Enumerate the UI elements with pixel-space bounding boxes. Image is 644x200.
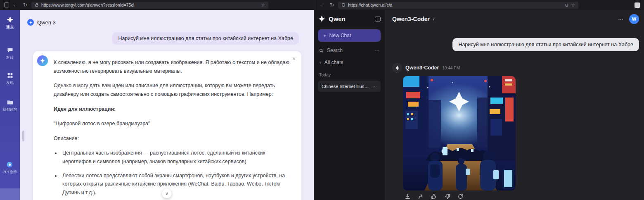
chat-history-item[interactable]: Chinese Internet Illustration ⋯ (318, 81, 381, 92)
thumbs-up-icon[interactable] (431, 193, 437, 200)
sidebar-item-label: 发现 (6, 80, 14, 86)
user-message-bubble: Нарисуй мне иллюстрацию для статьи про к… (112, 32, 299, 45)
assistant-avatar (37, 55, 48, 66)
thumbs-down-icon[interactable] (444, 193, 450, 200)
header-menu-icon[interactable]: ⋯ (618, 16, 623, 22)
qwen-logo-icon (318, 15, 326, 23)
address-bar-left[interactable]: https://www.tongyi.com/qianwen?sessionId… (31, 2, 268, 9)
scroll-to-bottom-button[interactable]: ∨ (162, 189, 172, 198)
chevron-down-icon: ∨ (319, 61, 322, 64)
assistant-name: Qwen3-Coder (405, 65, 439, 71)
right-window-chrome: ← ↻ https://chat.qwen.ai/c/a ⊖ ☆ (314, 0, 644, 10)
sidebar-item-label: 我创建的 (2, 107, 17, 112)
bookmark-star-icon[interactable]: ☆ (261, 2, 265, 8)
idea-heading: Идея для иллюстрации: (54, 106, 116, 112)
qwen-logo-icon (40, 58, 45, 64)
assistant-avatar (392, 63, 402, 73)
search-label: Search (327, 48, 343, 53)
message-timestamp: 10:44 PM (442, 66, 460, 70)
model-name: Qwen3-Coder (392, 16, 430, 22)
assistant-paragraph: К сожалению, я не могу рисовать или созд… (54, 58, 291, 75)
bullet-item: Лепестки лотоса представляют собой экран… (61, 171, 291, 197)
tab-icon[interactable] (4, 2, 9, 7)
address-bar-right[interactable]: https://chat.qwen.ai/c/a ⊖ ☆ (338, 2, 578, 9)
tongyi-main: Qwen 3 Нарисуй мне иллюстрацию для стать… (20, 10, 314, 200)
new-chat-label: New Chat (329, 33, 351, 38)
city-illustration (403, 76, 516, 190)
tongyi-window: 通义 对话 发现 我创建的 PPT创作 (0, 10, 314, 200)
sidebar-item-discover[interactable]: 发现 (6, 72, 14, 86)
plus-icon: + (323, 33, 327, 39)
lock-icon (35, 3, 39, 7)
sidebar-toggle-icon[interactable] (375, 17, 381, 21)
sidebar-footer-block[interactable] (0, 188, 20, 200)
refresh-icon[interactable]: ↻ (21, 2, 29, 8)
search-options-icon[interactable]: ⋯ (374, 48, 379, 53)
shield-icon (341, 3, 346, 7)
assistant-message-card: ∧ К сожалению, я не могу рисовать или со… (33, 51, 301, 200)
today-section-label: Today (318, 72, 381, 77)
qwen-brand-label: Qwen (329, 15, 372, 22)
share-icon[interactable] (418, 193, 424, 200)
qwen-logo-icon (395, 65, 400, 71)
search-icon (319, 48, 324, 53)
generated-image[interactable] (403, 76, 516, 190)
left-window-chrome: ← ↻ https://www.tongyi.com/qianwen?sessi… (0, 0, 314, 10)
back-icon[interactable]: ← (318, 2, 326, 8)
sidebar-item-label: 对话 (6, 55, 14, 60)
ppt-app-icon (6, 161, 13, 168)
qwen-sidebar: Qwen + New Chat Search ⋯ ∨ All chats Tod… (314, 10, 385, 200)
user-avatar[interactable]: W (629, 14, 639, 24)
back-icon[interactable]: ← (12, 2, 19, 8)
windows-row: 通义 对话 发现 我创建的 PPT创作 (0, 10, 644, 200)
message-actions (405, 193, 464, 200)
grid-icon (7, 72, 14, 79)
all-chats-row[interactable]: ∨ All chats (318, 60, 381, 65)
browser-chrome: ← ↻ https://www.tongyi.com/qianwen?sessi… (0, 0, 644, 10)
window-control-icon[interactable] (635, 2, 640, 8)
reader-mode-icon[interactable]: ⊖ (565, 2, 568, 8)
model-selector[interactable]: Qwen3-Coder ∨ (392, 16, 435, 22)
download-icon[interactable] (405, 193, 411, 200)
tongyi-brand[interactable]: 通义 (6, 16, 14, 30)
assistant-meta-row: Qwen3-Coder 10:44 PM (392, 63, 460, 73)
model-label: Qwen 3 (37, 19, 56, 26)
qwen-main: Qwen3-Coder ∨ ⋯ W Нарисуй мне иллюстраци… (385, 10, 644, 200)
folder-icon (7, 99, 14, 106)
regenerate-icon[interactable] (457, 193, 464, 200)
new-chat-button[interactable]: + New Chat (318, 29, 381, 42)
user-message-bubble: Нарисуй мне иллюстрацию для статьи про к… (452, 38, 639, 51)
sidebar-item-ppt[interactable]: PPT创作 (2, 161, 17, 175)
all-chats-label: All chats (324, 60, 343, 65)
collapse-message-icon[interactable]: ∧ (292, 55, 296, 62)
assistant-paragraph: Однако я могу дать вам идеи или описание… (54, 81, 291, 98)
idea-quote: "Цифровой лотос в озере брандмауэра" (54, 119, 291, 128)
sidebar-item-label: PPT创作 (2, 169, 17, 175)
chat-header: Qwen3-Coder ∨ ⋯ W (392, 14, 639, 24)
idea-bullet-list: Центральная часть изображения — распусти… (61, 149, 291, 200)
sidebar-item-chat[interactable]: 对话 (6, 47, 14, 60)
qwen-window: Qwen + New Chat Search ⋯ ∨ All chats Tod… (314, 10, 644, 200)
chevron-down-icon: ∨ (432, 17, 435, 21)
model-row[interactable]: Qwen 3 (27, 19, 56, 26)
sidebar-item-my-creations[interactable]: 我创建的 (2, 99, 17, 112)
url-text-left: https://www.tongyi.com/qianwen?sessionId… (41, 2, 258, 7)
chat-item-menu-icon[interactable]: ⋯ (372, 83, 377, 89)
chat-bubble-icon (7, 47, 14, 54)
tongyi-sidebar: 通义 对话 发现 我创建的 PPT创作 (0, 10, 20, 200)
tongyi-logo-icon (6, 16, 14, 24)
qwen-brand[interactable]: Qwen (318, 15, 381, 23)
search-row[interactable]: Search ⋯ (318, 48, 381, 53)
refresh-icon[interactable]: ↻ (328, 2, 336, 8)
model-badge-icon (27, 19, 34, 26)
url-text-right: https://chat.qwen.ai/c/a (348, 2, 562, 7)
description-heading: Описание: (54, 134, 291, 143)
chat-history-title: Chinese Internet Illustration (322, 84, 370, 89)
bullet-item: Центральная часть изображения — распусти… (61, 149, 291, 166)
panel-resize-handle[interactable] (22, 131, 24, 141)
bookmark-star-icon[interactable]: ☆ (571, 2, 575, 8)
tongyi-brand-label: 通义 (6, 24, 14, 30)
